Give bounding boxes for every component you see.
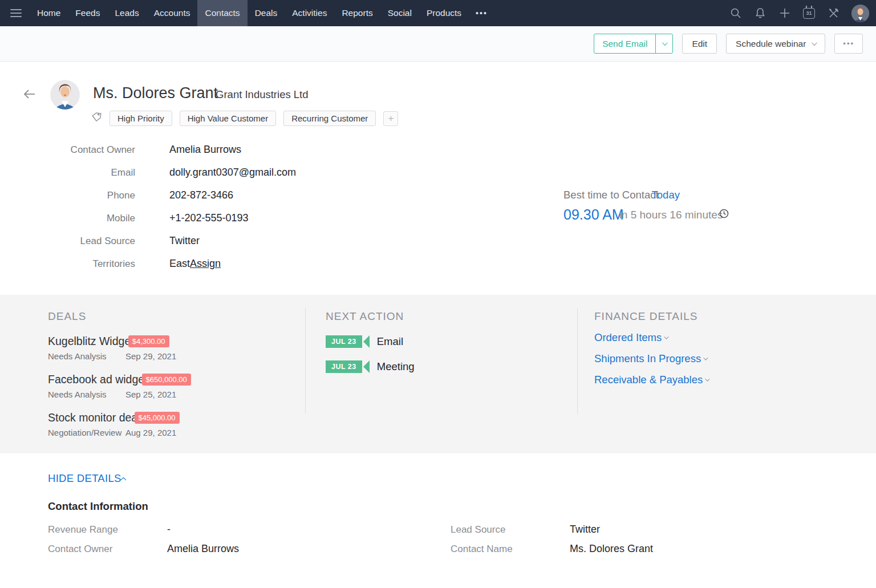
deal-name[interactable]: Kugelblitz Widget — [48, 335, 134, 348]
field-lead-source: Lead Source Twitter — [48, 235, 296, 258]
tag-recurring-customer[interactable]: Recurring Customer — [283, 111, 376, 126]
ordered-items-link[interactable]: Ordered Items — [594, 331, 845, 344]
info-row-revenue-range: Revenue Range - — [48, 524, 239, 543]
info-row-lead-source: Lead Source Twitter — [451, 524, 653, 543]
chevron-down-icon — [812, 40, 817, 46]
deal-amount-badge: $650,000.00 — [142, 374, 191, 386]
add-plus-icon[interactable] — [778, 7, 791, 19]
settings-tools-icon[interactable] — [827, 7, 840, 19]
chevron-down-icon — [662, 40, 668, 46]
deal-amount-badge: $4,300.00 — [128, 335, 169, 347]
best-time-relative: in 5 hours 16 minutes — [619, 209, 723, 221]
nav-items: Home Feeds Leads Accounts Contacts Deals… — [30, 0, 494, 26]
notifications-bell-icon[interactable] — [754, 7, 766, 19]
tag-high-priority[interactable]: High Priority — [110, 111, 172, 126]
best-time-day[interactable]: Today — [652, 189, 680, 201]
next-action-item: JUL 23 Meeting — [326, 360, 565, 373]
field-contact-owner: Contact Owner Amelia Burrows — [48, 144, 296, 167]
territories-value: East — [169, 258, 190, 269]
tag-high-value-customer[interactable]: High Value Customer — [180, 111, 276, 126]
field-mobile: Mobile +1-202-555-0193 — [48, 212, 296, 235]
hamburger-menu-icon[interactable] — [10, 9, 22, 17]
send-email-dropdown[interactable] — [655, 34, 672, 53]
company-name[interactable]: Grant Industries Ltd — [216, 88, 308, 101]
next-action-label[interactable]: Meeting — [377, 360, 415, 373]
chevron-down-icon — [664, 334, 668, 339]
next-action-date-badge: JUL 23 — [326, 360, 362, 373]
deal-stage: Negotiation/Review — [48, 428, 125, 437]
deal-date: Sep 29, 2021 — [125, 351, 176, 361]
nav-item-deals[interactable]: Deals — [248, 0, 285, 26]
deals-title: DEALS — [48, 310, 299, 323]
contact-information-heading: Contact Information — [48, 500, 148, 513]
deal-date: Aug 29, 2021 — [125, 428, 176, 437]
info-row-contact-owner: Contact Owner Amelia Burrows — [48, 543, 239, 562]
deal-name[interactable]: Stock monitor deal — [48, 411, 140, 424]
nav-right-icons: 31 — [729, 0, 869, 26]
nav-more-button[interactable]: ••• — [469, 0, 494, 26]
search-icon[interactable] — [729, 7, 742, 19]
phone-value[interactable]: 202-872-3466 — [169, 189, 233, 201]
deal-amount-badge: $45,000.00 — [135, 412, 180, 424]
deal-item: Kugelblitz Widget $4,300.00 Needs Analys… — [48, 335, 299, 361]
ribbon-tail-icon — [363, 335, 370, 348]
column-divider — [577, 308, 578, 414]
send-email-button[interactable]: Send Email — [594, 34, 673, 54]
contact-header: Ms. Dolores Grant Grant Industries Ltd — [93, 84, 309, 102]
best-time-to-contact: Best time to ContactToday 09.30 AM in 5 … — [563, 189, 729, 223]
nav-item-activities[interactable]: Activities — [285, 0, 334, 26]
deal-stage: Needs Analysis — [48, 390, 125, 399]
best-time-label: Best time to Contact — [563, 189, 659, 201]
edit-button[interactable]: Edit — [682, 34, 717, 54]
tag-row: High Priority High Value Customer Recurr… — [91, 111, 398, 126]
schedule-webinar-button[interactable]: Schedule webinar — [726, 34, 825, 54]
deal-stage: Needs Analysis — [48, 351, 125, 361]
contact-avatar — [50, 80, 80, 110]
action-bar: Send Email Edit Schedule webinar ••• — [0, 26, 876, 62]
next-action-column: NEXT ACTION JUL 23 Email JUL 23 Meeting — [326, 310, 565, 373]
next-action-title: NEXT ACTION — [326, 310, 565, 323]
nav-item-contacts[interactable]: Contacts — [197, 0, 247, 26]
calendar-icon[interactable]: 31 — [803, 8, 815, 19]
mobile-value[interactable]: +1-202-555-0193 — [169, 212, 249, 224]
field-territories: Territories EastAssign — [48, 258, 296, 281]
nav-item-home[interactable]: Home — [30, 0, 68, 26]
deal-name[interactable]: Facebook ad widget — [48, 373, 148, 386]
deal-item: Stock monitor deal $45,000.00 Negotiatio… — [48, 411, 299, 437]
back-arrow-icon[interactable] — [22, 87, 36, 102]
finance-details-title: FINANCE DETAILS — [594, 310, 845, 323]
clock-icon — [719, 209, 729, 221]
shipments-in-progress-link[interactable]: Shipments In Progress — [594, 352, 845, 365]
email-value[interactable]: dolly.grant0307@gmail.com — [169, 167, 296, 179]
receivable-payables-link[interactable]: Receivable & Payables — [594, 374, 845, 386]
deal-date: Sep 25, 2021 — [125, 390, 176, 399]
nav-item-accounts[interactable]: Accounts — [147, 0, 198, 26]
nav-item-leads[interactable]: Leads — [107, 0, 146, 26]
nav-item-products[interactable]: Products — [419, 0, 469, 26]
field-email: Email dolly.grant0307@gmail.com — [48, 167, 296, 189]
best-time-value: 09.30 AM — [563, 206, 624, 223]
send-email-label: Send Email — [594, 34, 655, 53]
deal-item: Facebook ad widget $650,000.00 Needs Ana… — [48, 373, 299, 399]
next-action-label[interactable]: Email — [377, 335, 403, 348]
field-phone: Phone 202-872-3466 — [48, 189, 296, 212]
chevron-down-icon — [703, 355, 708, 360]
add-tag-button[interactable]: + — [383, 111, 398, 126]
finance-details-column: FINANCE DETAILS Ordered Items Shipments … — [594, 310, 845, 386]
contact-name: Ms. Dolores Grant — [93, 84, 218, 102]
assign-link[interactable]: Assign — [190, 258, 221, 269]
hide-details-link[interactable]: HIDE DETAILS — [48, 472, 127, 485]
nav-item-social[interactable]: Social — [380, 0, 419, 26]
summary-band: DEALS Kugelblitz Widget $4,300.00 Needs … — [0, 295, 876, 453]
user-avatar[interactable] — [851, 5, 869, 22]
calendar-day-label: 31 — [806, 10, 812, 16]
next-action-date-badge: JUL 23 — [326, 335, 362, 348]
nav-item-reports[interactable]: Reports — [334, 0, 380, 26]
deals-column: DEALS Kugelblitz Widget $4,300.00 Needs … — [48, 310, 299, 437]
tag-icon — [91, 112, 102, 125]
contact-summary-fields: Contact Owner Amelia Burrows Email dolly… — [48, 144, 296, 281]
nav-item-feeds[interactable]: Feeds — [68, 0, 107, 26]
top-navbar: Home Feeds Leads Accounts Contacts Deals… — [0, 0, 876, 26]
more-actions-button[interactable]: ••• — [834, 34, 863, 54]
ribbon-tail-icon — [363, 360, 370, 373]
